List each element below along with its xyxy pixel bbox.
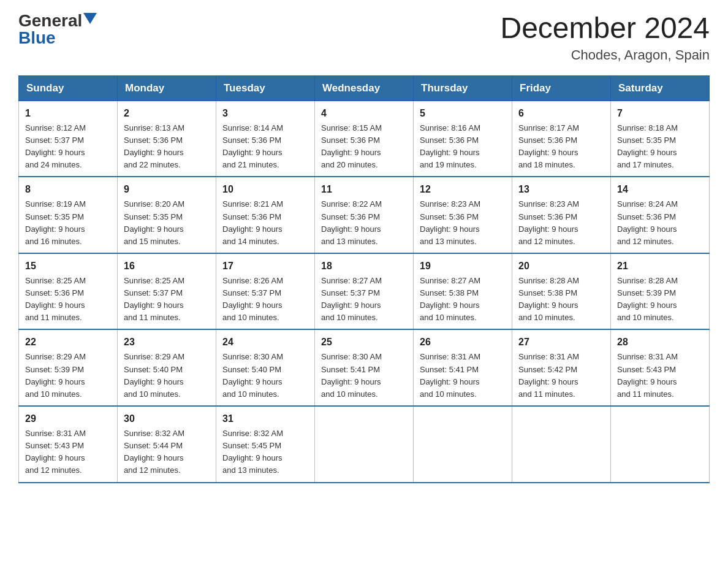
header-row: SundayMondayTuesdayWednesdayThursdayFrid…: [19, 75, 710, 101]
day-number: 4: [321, 106, 407, 121]
day-info: Sunrise: 8:16 AMSunset: 5:36 PMDaylight:…: [420, 122, 506, 172]
day-number: 1: [25, 106, 111, 121]
day-number: 6: [518, 106, 604, 121]
column-header-sunday: Sunday: [19, 75, 118, 101]
column-header-monday: Monday: [118, 75, 216, 101]
day-cell: 13Sunrise: 8:23 AMSunset: 5:36 PMDayligh…: [512, 177, 611, 253]
day-number: 28: [617, 335, 703, 350]
week-row-5: 29Sunrise: 8:31 AMSunset: 5:43 PMDayligh…: [19, 406, 710, 483]
day-info: Sunrise: 8:32 AMSunset: 5:45 PMDaylight:…: [222, 427, 308, 477]
day-cell: [315, 406, 414, 483]
day-number: 14: [617, 182, 703, 197]
day-cell: [414, 406, 512, 483]
day-cell: 19Sunrise: 8:27 AMSunset: 5:38 PMDayligh…: [414, 253, 512, 330]
day-cell: 20Sunrise: 8:28 AMSunset: 5:38 PMDayligh…: [512, 253, 611, 330]
day-cell: 5Sunrise: 8:16 AMSunset: 5:36 PMDaylight…: [414, 101, 512, 177]
day-cell: 25Sunrise: 8:30 AMSunset: 5:41 PMDayligh…: [315, 329, 414, 406]
day-number: 13: [518, 182, 604, 197]
day-info: Sunrise: 8:14 AMSunset: 5:36 PMDaylight:…: [222, 122, 308, 172]
day-cell: 27Sunrise: 8:31 AMSunset: 5:42 PMDayligh…: [512, 329, 611, 406]
column-header-saturday: Saturday: [611, 75, 710, 101]
day-cell: 30Sunrise: 8:32 AMSunset: 5:44 PMDayligh…: [118, 406, 216, 483]
day-info: Sunrise: 8:15 AMSunset: 5:36 PMDaylight:…: [321, 122, 407, 172]
page-header: General Blue December 2024 Chodes, Arago…: [18, 12, 710, 63]
day-cell: 4Sunrise: 8:15 AMSunset: 5:36 PMDaylight…: [315, 101, 414, 177]
day-number: 7: [617, 106, 703, 121]
calendar-table: SundayMondayTuesdayWednesdayThursdayFrid…: [18, 75, 710, 483]
location-title: Chodes, Aragon, Spain: [500, 47, 710, 63]
day-number: 17: [222, 259, 308, 274]
day-cell: 29Sunrise: 8:31 AMSunset: 5:43 PMDayligh…: [19, 406, 118, 483]
day-number: 16: [124, 259, 210, 274]
week-row-1: 1Sunrise: 8:12 AMSunset: 5:37 PMDaylight…: [19, 101, 710, 177]
day-cell: 15Sunrise: 8:25 AMSunset: 5:36 PMDayligh…: [19, 253, 118, 330]
day-cell: 3Sunrise: 8:14 AMSunset: 5:36 PMDaylight…: [216, 101, 315, 177]
day-number: 3: [222, 106, 308, 121]
column-header-thursday: Thursday: [414, 75, 512, 101]
day-info: Sunrise: 8:21 AMSunset: 5:36 PMDaylight:…: [222, 198, 308, 248]
day-number: 25: [321, 335, 407, 350]
day-info: Sunrise: 8:13 AMSunset: 5:36 PMDaylight:…: [124, 122, 210, 172]
day-number: 23: [124, 335, 210, 350]
day-number: 27: [518, 335, 604, 350]
day-info: Sunrise: 8:26 AMSunset: 5:37 PMDaylight:…: [222, 275, 308, 324]
day-cell: 16Sunrise: 8:25 AMSunset: 5:37 PMDayligh…: [118, 253, 216, 330]
day-number: 10: [222, 182, 308, 197]
day-info: Sunrise: 8:28 AMSunset: 5:39 PMDaylight:…: [617, 275, 703, 324]
column-header-friday: Friday: [512, 75, 611, 101]
day-info: Sunrise: 8:17 AMSunset: 5:36 PMDaylight:…: [518, 122, 604, 172]
day-cell: 14Sunrise: 8:24 AMSunset: 5:36 PMDayligh…: [611, 177, 710, 253]
day-cell: [611, 406, 710, 483]
svg-marker-0: [83, 13, 97, 24]
title-section: December 2024 Chodes, Aragon, Spain: [500, 12, 710, 63]
day-number: 11: [321, 182, 407, 197]
day-number: 8: [25, 182, 111, 197]
day-number: 21: [617, 259, 703, 274]
logo-general: General: [18, 12, 82, 29]
day-number: 22: [25, 335, 111, 350]
day-number: 9: [124, 182, 210, 197]
logo: General Blue: [18, 12, 97, 47]
day-cell: 28Sunrise: 8:31 AMSunset: 5:43 PMDayligh…: [611, 329, 710, 406]
day-cell: 24Sunrise: 8:30 AMSunset: 5:40 PMDayligh…: [216, 329, 315, 406]
day-info: Sunrise: 8:23 AMSunset: 5:36 PMDaylight:…: [518, 198, 604, 248]
day-info: Sunrise: 8:29 AMSunset: 5:40 PMDaylight:…: [124, 351, 210, 400]
column-header-tuesday: Tuesday: [216, 75, 315, 101]
day-info: Sunrise: 8:32 AMSunset: 5:44 PMDaylight:…: [124, 427, 210, 477]
day-cell: 21Sunrise: 8:28 AMSunset: 5:39 PMDayligh…: [611, 253, 710, 330]
month-title: December 2024: [500, 12, 710, 45]
day-number: 5: [420, 106, 506, 121]
day-cell: 11Sunrise: 8:22 AMSunset: 5:36 PMDayligh…: [315, 177, 414, 253]
day-cell: 22Sunrise: 8:29 AMSunset: 5:39 PMDayligh…: [19, 329, 118, 406]
day-number: 29: [25, 412, 111, 426]
day-info: Sunrise: 8:31 AMSunset: 5:43 PMDaylight:…: [25, 427, 111, 477]
day-info: Sunrise: 8:12 AMSunset: 5:37 PMDaylight:…: [25, 122, 111, 172]
day-cell: 1Sunrise: 8:12 AMSunset: 5:37 PMDaylight…: [19, 101, 118, 177]
day-number: 26: [420, 335, 506, 350]
day-number: 24: [222, 335, 308, 350]
day-cell: 12Sunrise: 8:23 AMSunset: 5:36 PMDayligh…: [414, 177, 512, 253]
day-number: 19: [420, 259, 506, 274]
column-header-wednesday: Wednesday: [315, 75, 414, 101]
day-info: Sunrise: 8:31 AMSunset: 5:42 PMDaylight:…: [518, 351, 604, 400]
day-cell: 6Sunrise: 8:17 AMSunset: 5:36 PMDaylight…: [512, 101, 611, 177]
day-info: Sunrise: 8:28 AMSunset: 5:38 PMDaylight:…: [518, 275, 604, 324]
day-info: Sunrise: 8:22 AMSunset: 5:36 PMDaylight:…: [321, 198, 407, 248]
day-cell: [512, 406, 611, 483]
day-info: Sunrise: 8:18 AMSunset: 5:35 PMDaylight:…: [617, 122, 703, 172]
day-info: Sunrise: 8:30 AMSunset: 5:41 PMDaylight:…: [321, 351, 407, 400]
day-cell: 9Sunrise: 8:20 AMSunset: 5:35 PMDaylight…: [118, 177, 216, 253]
day-cell: 26Sunrise: 8:31 AMSunset: 5:41 PMDayligh…: [414, 329, 512, 406]
day-number: 15: [25, 259, 111, 274]
day-number: 12: [420, 182, 506, 197]
logo-triangle-icon: [83, 13, 97, 26]
day-number: 2: [124, 106, 210, 121]
day-info: Sunrise: 8:25 AMSunset: 5:36 PMDaylight:…: [25, 275, 111, 324]
day-info: Sunrise: 8:20 AMSunset: 5:35 PMDaylight:…: [124, 198, 210, 248]
week-row-4: 22Sunrise: 8:29 AMSunset: 5:39 PMDayligh…: [19, 329, 710, 406]
day-number: 20: [518, 259, 604, 274]
week-row-2: 8Sunrise: 8:19 AMSunset: 5:35 PMDaylight…: [19, 177, 710, 253]
day-number: 18: [321, 259, 407, 274]
day-info: Sunrise: 8:31 AMSunset: 5:43 PMDaylight:…: [617, 351, 703, 400]
day-info: Sunrise: 8:23 AMSunset: 5:36 PMDaylight:…: [420, 198, 506, 248]
